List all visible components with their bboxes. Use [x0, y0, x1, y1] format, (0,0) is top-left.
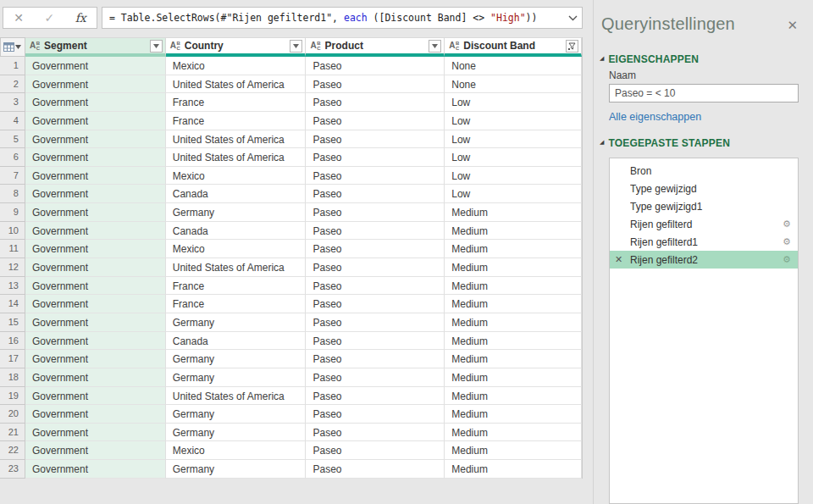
all-properties-link[interactable]: Alle eigenschappen: [609, 111, 701, 123]
applied-step-type-gewijzigd[interactable]: ✕Type gewijzigd⚙: [610, 180, 798, 197]
row-number[interactable]: 12: [0, 258, 25, 277]
cell-discount-band[interactable]: Medium: [445, 313, 582, 332]
cell-product[interactable]: Paseo: [306, 258, 445, 277]
cell-country[interactable]: United States of America: [166, 258, 307, 277]
applied-step-type-gewijzigd1[interactable]: ✕Type gewijzigd1⚙: [610, 197, 798, 215]
column-header-segment[interactable]: ABCSegment: [25, 37, 166, 57]
cell-segment[interactable]: Government: [25, 387, 166, 406]
row-number[interactable]: 10: [0, 222, 25, 241]
row-number[interactable]: 8: [0, 185, 25, 203]
properties-section-header[interactable]: ◢ EIGENSCHAPPEN: [600, 53, 699, 65]
cell-discount-band[interactable]: Low: [445, 148, 582, 167]
cell-country[interactable]: France: [166, 295, 307, 313]
row-number[interactable]: 16: [0, 332, 25, 351]
cell-segment[interactable]: Government: [25, 148, 166, 167]
cell-product[interactable]: Paseo: [306, 313, 445, 332]
cell-product[interactable]: Paseo: [306, 203, 445, 222]
cell-product[interactable]: Paseo: [306, 185, 445, 203]
cell-segment[interactable]: Government: [25, 332, 166, 351]
cell-segment[interactable]: Government: [25, 258, 166, 277]
cell-segment[interactable]: Government: [25, 441, 166, 460]
cell-discount-band[interactable]: Low: [445, 112, 582, 130]
cell-discount-band[interactable]: Medium: [445, 295, 582, 313]
cell-segment[interactable]: Government: [25, 295, 166, 313]
query-name-input[interactable]: [609, 84, 799, 102]
cell-segment[interactable]: Government: [25, 185, 166, 203]
cell-segment[interactable]: Government: [25, 368, 166, 387]
applied-steps-section-header[interactable]: ◢ TOEGEPASTE STAPPEN: [600, 137, 730, 149]
row-number[interactable]: 5: [0, 130, 25, 149]
cell-discount-band[interactable]: Medium: [445, 332, 582, 351]
cell-segment[interactable]: Government: [25, 57, 166, 75]
step-settings-gear-icon[interactable]: ⚙: [781, 236, 793, 247]
cell-discount-band[interactable]: Medium: [445, 424, 582, 442]
cell-discount-band[interactable]: Medium: [445, 350, 582, 368]
filter-funnel-icon[interactable]: [566, 40, 578, 53]
cell-country[interactable]: Germany: [166, 460, 307, 479]
cell-product[interactable]: Paseo: [306, 112, 445, 130]
applied-step-bron[interactable]: ✕Bron⚙: [610, 162, 798, 180]
column-header-product[interactable]: ABCProduct: [306, 37, 445, 57]
formula-expand-chevron-icon[interactable]: [563, 15, 582, 21]
row-number[interactable]: 7: [0, 167, 25, 186]
row-number[interactable]: 2: [0, 75, 25, 94]
cell-country[interactable]: Germany: [166, 405, 307, 424]
cell-country[interactable]: France: [166, 277, 307, 296]
row-number[interactable]: 23: [0, 460, 25, 479]
cell-discount-band[interactable]: Medium: [445, 222, 582, 241]
cancel-formula-icon[interactable]: ✕: [8, 8, 29, 28]
column-dropdown-icon[interactable]: [150, 40, 163, 53]
step-settings-gear-icon[interactable]: ⚙: [781, 219, 793, 230]
delete-step-icon[interactable]: ✕: [615, 254, 630, 265]
fx-icon[interactable]: fx: [70, 8, 91, 28]
cell-country[interactable]: United States of America: [166, 130, 307, 149]
cell-product[interactable]: Paseo: [306, 93, 445, 112]
row-number[interactable]: 14: [0, 295, 25, 313]
cell-country[interactable]: Germany: [166, 368, 307, 387]
column-header-discount-band[interactable]: ABCDiscount Band: [445, 37, 582, 57]
cell-country[interactable]: Germany: [166, 350, 307, 368]
cell-discount-band[interactable]: None: [445, 75, 582, 94]
cell-segment[interactable]: Government: [25, 203, 166, 222]
cell-country[interactable]: Canada: [166, 185, 307, 203]
cell-product[interactable]: Paseo: [306, 441, 445, 460]
row-number[interactable]: 11: [0, 240, 25, 258]
cell-discount-band[interactable]: Low: [445, 167, 582, 186]
column-header-country[interactable]: ABCCountry: [166, 37, 307, 57]
formula-bar[interactable]: = Table.SelectRows(#"Rijen gefilterd1", …: [102, 7, 583, 29]
cell-product[interactable]: Paseo: [306, 75, 445, 94]
cell-segment[interactable]: Government: [25, 350, 166, 368]
cell-country[interactable]: Germany: [166, 203, 307, 222]
cell-country[interactable]: Mexico: [166, 240, 307, 258]
cell-segment[interactable]: Government: [25, 424, 166, 442]
cell-product[interactable]: Paseo: [306, 167, 445, 186]
cell-segment[interactable]: Government: [25, 222, 166, 241]
cell-discount-band[interactable]: Medium: [445, 258, 582, 277]
row-number[interactable]: 1: [0, 57, 25, 75]
applied-step-rijen-gefilterd2[interactable]: ✕Rijen gefilterd2⚙: [610, 251, 798, 269]
row-number[interactable]: 22: [0, 441, 25, 460]
cell-discount-band[interactable]: Medium: [445, 277, 582, 296]
cell-product[interactable]: Paseo: [306, 460, 445, 479]
cell-product[interactable]: Paseo: [306, 368, 445, 387]
formula-text[interactable]: = Table.SelectRows(#"Rijen gefilterd1", …: [102, 12, 563, 24]
column-dropdown-icon[interactable]: [290, 40, 302, 53]
cell-segment[interactable]: Government: [25, 75, 166, 94]
cell-discount-band[interactable]: Medium: [445, 460, 582, 479]
cell-segment[interactable]: Government: [25, 277, 166, 296]
cell-product[interactable]: Paseo: [306, 277, 445, 296]
cell-country[interactable]: Canada: [166, 332, 307, 351]
cell-country[interactable]: Mexico: [166, 167, 307, 186]
cell-segment[interactable]: Government: [25, 313, 166, 332]
cell-product[interactable]: Paseo: [306, 148, 445, 167]
cell-discount-band[interactable]: Low: [445, 185, 582, 203]
cell-country[interactable]: Germany: [166, 313, 307, 332]
row-number[interactable]: 15: [0, 313, 25, 332]
confirm-formula-icon[interactable]: ✓: [39, 8, 59, 28]
row-number[interactable]: 17: [0, 350, 25, 368]
cell-discount-band[interactable]: Low: [445, 130, 582, 149]
row-number[interactable]: 18: [0, 368, 25, 387]
cell-product[interactable]: Paseo: [306, 332, 445, 351]
cell-country[interactable]: United States of America: [166, 75, 307, 94]
cell-discount-band[interactable]: Low: [445, 93, 582, 112]
